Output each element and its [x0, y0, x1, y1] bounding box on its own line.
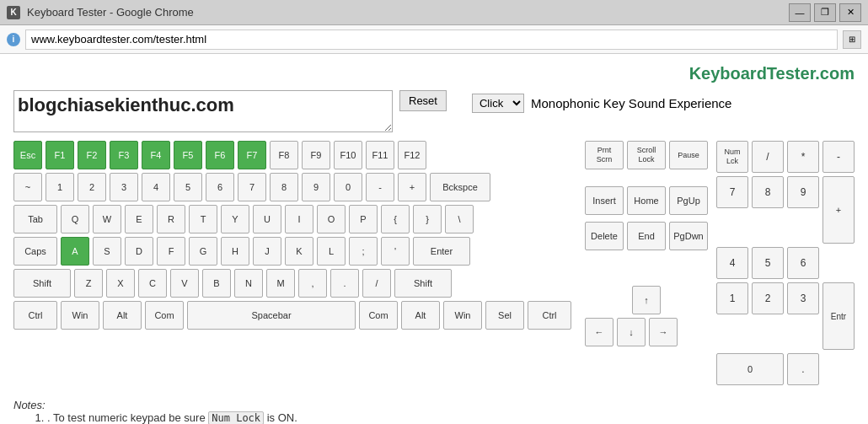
key-0[interactable]: 0 — [334, 173, 362, 201]
key-5[interactable]: 5 — [174, 173, 202, 201]
key-win-right[interactable]: Win — [443, 301, 482, 330]
reset-button[interactable]: Reset — [399, 90, 447, 111]
key-delete[interactable]: Delete — [585, 222, 624, 250]
key-7[interactable]: 7 — [238, 173, 266, 201]
key-ctrl-left[interactable]: Ctrl — [13, 301, 57, 330]
key-plus[interactable]: + — [398, 173, 426, 201]
key-e[interactable]: E — [125, 205, 153, 233]
key-s[interactable]: S — [93, 237, 121, 266]
key-c[interactable]: C — [138, 269, 167, 298]
key-arrow-down[interactable]: ↓ — [617, 318, 646, 346]
key-8[interactable]: 8 — [270, 173, 298, 201]
key-num-9[interactable]: 9 — [787, 176, 819, 208]
key-f5[interactable]: F5 — [174, 141, 202, 169]
key-6[interactable]: 6 — [206, 173, 234, 201]
key-backspace[interactable]: Bckspce — [430, 173, 490, 201]
key-f11[interactable]: F11 — [366, 141, 394, 169]
sound-select[interactable]: Click None Beep — [472, 94, 524, 113]
key-f4[interactable]: F4 — [142, 141, 170, 169]
key-f[interactable]: F — [157, 237, 185, 266]
key-o[interactable]: O — [317, 205, 346, 233]
key-backslash[interactable]: \ — [445, 205, 474, 233]
key-f10[interactable]: F10 — [334, 141, 362, 169]
key-num-2[interactable]: 2 — [752, 282, 784, 314]
key-esc[interactable]: Esc — [13, 141, 42, 169]
key-v[interactable]: V — [170, 269, 199, 298]
key-d[interactable]: D — [125, 237, 153, 266]
key-f12[interactable]: F12 — [398, 141, 426, 169]
key-x[interactable]: X — [106, 269, 135, 298]
key-lbrace[interactable]: { — [381, 205, 410, 233]
key-t[interactable]: T — [189, 205, 217, 233]
close-button[interactable]: ✕ — [839, 3, 861, 22]
key-9[interactable]: 9 — [302, 173, 330, 201]
key-g[interactable]: G — [189, 237, 217, 266]
key-home[interactable]: Home — [627, 186, 666, 215]
minimize-button[interactable]: — — [789, 3, 811, 22]
key-insert[interactable]: Insert — [585, 186, 624, 215]
key-f1[interactable]: F1 — [46, 141, 74, 169]
key-num-3[interactable]: 3 — [787, 282, 819, 314]
key-period[interactable]: . — [330, 269, 359, 298]
key-num-dot[interactable]: . — [787, 353, 819, 385]
key-num-7[interactable]: 7 — [716, 176, 748, 208]
key-quote[interactable]: ' — [381, 237, 410, 266]
key-l[interactable]: L — [317, 237, 346, 266]
key-f7[interactable]: F7 — [238, 141, 266, 169]
key-ctrl-right[interactable]: Ctrl — [528, 301, 571, 330]
key-comma[interactable]: , — [298, 269, 327, 298]
key-arrow-up[interactable]: ↑ — [632, 286, 661, 314]
address-input[interactable] — [25, 30, 838, 50]
restore-button[interactable]: ❐ — [814, 3, 836, 22]
key-alt-right[interactable]: Alt — [401, 301, 440, 330]
key-i[interactable]: I — [285, 205, 313, 233]
key-3[interactable]: 3 — [110, 173, 138, 201]
key-j[interactable]: J — [253, 237, 281, 266]
key-semicolon[interactable]: ; — [349, 237, 378, 266]
key-2[interactable]: 2 — [78, 173, 106, 201]
key-num-minus[interactable]: - — [822, 141, 855, 173]
key-a[interactable]: A — [61, 237, 89, 266]
key-tab[interactable]: Tab — [13, 205, 57, 233]
key-z[interactable]: Z — [74, 269, 103, 298]
extension-icon[interactable]: ⊞ — [843, 30, 861, 49]
key-minus[interactable]: - — [366, 173, 394, 201]
key-rbrace[interactable]: } — [413, 205, 442, 233]
key-b[interactable]: B — [202, 269, 231, 298]
key-num-8[interactable]: 8 — [752, 176, 784, 208]
key-y[interactable]: Y — [221, 205, 249, 233]
key-num-4[interactable]: 4 — [716, 247, 748, 279]
key-end[interactable]: End — [627, 222, 666, 250]
key-printscreen[interactable]: PrntScrn — [585, 141, 624, 169]
key-num-star[interactable]: * — [787, 141, 819, 173]
key-com-left[interactable]: Com — [145, 301, 184, 330]
key-n[interactable]: N — [234, 269, 263, 298]
key-p[interactable]: P — [349, 205, 378, 233]
key-spacebar[interactable]: Spacebar — [187, 301, 356, 330]
key-arrow-left[interactable]: ← — [585, 318, 613, 346]
key-h[interactable]: H — [221, 237, 249, 266]
key-f9[interactable]: F9 — [302, 141, 330, 169]
key-num-slash[interactable]: / — [752, 141, 784, 173]
key-scrolllock[interactable]: ScrollLock — [627, 141, 666, 169]
key-enter[interactable]: Enter — [413, 237, 470, 266]
key-pgdn[interactable]: PgDwn — [669, 222, 708, 250]
key-f3[interactable]: F3 — [110, 141, 138, 169]
key-num-plus[interactable]: + — [822, 176, 855, 244]
key-numlock[interactable]: NumLck — [716, 141, 748, 173]
key-caps[interactable]: Caps — [13, 237, 57, 266]
key-u[interactable]: U — [253, 205, 281, 233]
key-q[interactable]: Q — [61, 205, 89, 233]
key-num-1[interactable]: 1 — [716, 282, 748, 314]
key-k[interactable]: K — [285, 237, 313, 266]
key-shift-right[interactable]: Shift — [394, 269, 452, 298]
key-r[interactable]: R — [157, 205, 185, 233]
key-m[interactable]: M — [266, 269, 295, 298]
key-com-right[interactable]: Com — [359, 301, 398, 330]
key-slash[interactable]: / — [362, 269, 391, 298]
key-sel[interactable]: Sel — [485, 301, 524, 330]
key-num-6[interactable]: 6 — [787, 247, 819, 279]
key-pause[interactable]: Pause — [669, 141, 708, 169]
key-tilde[interactable]: ~ — [13, 173, 42, 201]
key-f2[interactable]: F2 — [78, 141, 106, 169]
